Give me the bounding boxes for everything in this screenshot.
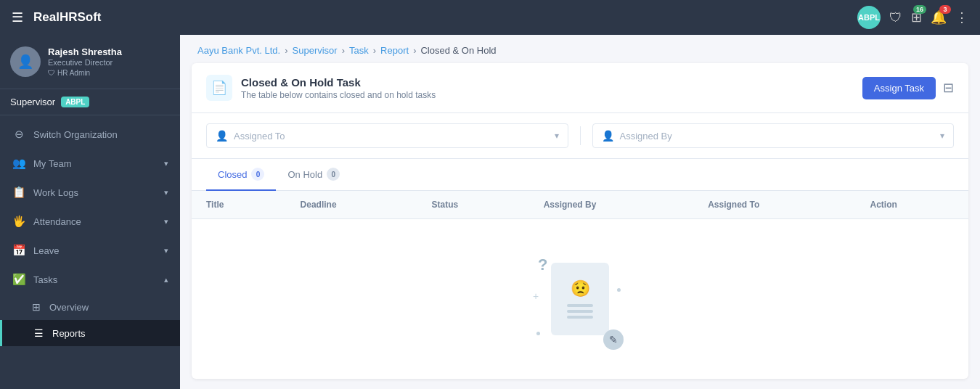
chevron-down-icon: ▾ [940, 131, 944, 141]
breadcrumb-link-task[interactable]: Task [349, 45, 369, 56]
tasks-table: Title Deadline Status Assigned By Assign… [192, 191, 968, 379]
bell-icon[interactable]: 🔔 3 [931, 9, 947, 25]
question-mark: ? [538, 255, 547, 274]
sub-item-label: Overview [49, 302, 89, 313]
header-actions: Assign Task ⊟ [862, 77, 954, 99]
sidebar-item-work-logs[interactable]: 📋 Work Logs ▾ [0, 178, 180, 207]
sidebar-item-leave[interactable]: 📅 Leave ▾ [0, 236, 180, 265]
breadcrumb: Aayu Bank Pvt. Ltd. › Supervisor › Task … [180, 35, 980, 63]
page-subtitle: The table below contains closed and on h… [241, 90, 436, 100]
supervisor-label: Supervisor [10, 97, 55, 107]
chevron-down-icon: ▾ [555, 131, 559, 141]
sidebar-item-overview[interactable]: ⊞ Overview [0, 294, 180, 320]
sidebar: 👤 Rajesh Shrestha Executive Director 🛡 H… [0, 35, 180, 389]
avatar: 👤 [10, 46, 41, 77]
breadcrumb-link-org[interactable]: Aayu Bank Pvt. Ltd. [197, 45, 280, 56]
chevron-down-icon: ▾ [164, 217, 168, 226]
sub-item-label: Reports [52, 328, 86, 339]
assign-task-button[interactable]: Assign Task [862, 77, 936, 99]
org-badge: ABPL [61, 97, 89, 107]
assigned-by-label: Assigned By [620, 131, 935, 142]
empty-doc: 😟 [551, 263, 609, 335]
tab-on-hold-count: 0 [327, 168, 340, 181]
page-title: Closed & On Hold Task [241, 76, 436, 89]
apps-count-badge: 16 [913, 5, 926, 14]
chevron-down-icon: ▾ [164, 188, 168, 197]
leave-icon: 📅 [12, 244, 26, 257]
tasks-icon: ✅ [12, 273, 26, 286]
top-header: ☰ RealHRSoft ABPL 🛡 ⊞ 16 🔔 3 ⋮ [0, 0, 980, 35]
sidebar-item-label: Attendance [33, 216, 157, 227]
filters-row: 👤 Assigned To ▾ 👤 Assigned By ▾ [192, 113, 968, 159]
sidebar-item-switch-org[interactable]: ⊖ Switch Organization [0, 120, 180, 149]
chevron-down-icon: ▾ [164, 159, 168, 168]
dot [536, 332, 540, 335]
plus-icon: + [533, 290, 539, 302]
col-assigned-by: Assigned By [529, 191, 694, 219]
menu-icon[interactable]: ☰ [12, 9, 23, 25]
empty-illustration: ? ✕ 😟 + [529, 248, 631, 350]
page-title-icon: 📄 [206, 75, 232, 101]
user-name: Rajesh Shrestha [48, 46, 122, 57]
shield-icon[interactable]: 🛡 [889, 10, 902, 25]
table-wrap: Title Deadline Status Assigned By Assign… [192, 191, 968, 379]
team-icon: 👥 [12, 157, 26, 170]
work-logs-icon: 📋 [12, 186, 26, 199]
user-info: Rajesh Shrestha Executive Director 🛡 HR … [48, 46, 122, 77]
sidebar-nav: ⊖ Switch Organization 👥 My Team ▾ 📋 Work… [0, 115, 180, 351]
shield-admin-icon: 🛡 [48, 69, 55, 77]
filter-divider [580, 126, 581, 145]
main-content: Aayu Bank Pvt. Ltd. › Supervisor › Task … [180, 35, 980, 389]
tab-on-hold-label: On Hold [287, 169, 322, 180]
overview-icon: ⊞ [32, 301, 41, 313]
user-admin-label: 🛡 HR Admin [48, 69, 122, 77]
pencil-icon: ✎ [603, 329, 624, 350]
breadcrumb-link-supervisor[interactable]: Supervisor [293, 45, 338, 56]
col-action: Action [855, 191, 968, 219]
supervisor-bar: Supervisor ABPL [0, 89, 180, 115]
sidebar-item-label: Switch Organization [33, 129, 168, 140]
sidebar-item-label: Work Logs [33, 187, 157, 198]
breadcrumb-sep: › [373, 45, 376, 56]
assigned-by-icon: 👤 [602, 130, 614, 142]
doc-line [567, 316, 593, 319]
sidebar-item-attendance[interactable]: 🖐 Attendance ▾ [0, 207, 180, 236]
breadcrumb-sep: › [342, 45, 345, 56]
chevron-up-icon: ▴ [164, 275, 168, 284]
switch-org-icon: ⊖ [12, 128, 26, 141]
tab-on-hold[interactable]: On Hold 0 [276, 159, 351, 191]
filter-icon[interactable]: ⊟ [943, 80, 954, 96]
assigned-by-filter[interactable]: 👤 Assigned By ▾ [592, 123, 955, 148]
dot [617, 288, 621, 292]
attendance-icon: 🖐 [12, 215, 26, 228]
user-role: Executive Director [48, 58, 122, 67]
apps-icon[interactable]: ⊞ 16 [911, 9, 922, 25]
sidebar-item-label: My Team [33, 158, 157, 169]
doc-line [567, 310, 593, 313]
sidebar-user: 👤 Rajesh Shrestha Executive Director 🛡 H… [0, 35, 180, 89]
sidebar-item-my-team[interactable]: 👥 My Team ▾ [0, 149, 180, 178]
empty-state: ? ✕ 😟 + [192, 219, 968, 379]
assigned-to-icon: 👤 [216, 130, 228, 142]
sidebar-item-reports[interactable]: ☰ Reports [0, 320, 180, 346]
tab-closed-count: 0 [251, 168, 264, 181]
org-avatar-badge: ABPL [857, 6, 881, 29]
tab-closed-label: Closed [218, 169, 247, 180]
more-icon[interactable]: ⋮ [955, 9, 968, 25]
sidebar-item-tasks[interactable]: ✅ Tasks ▴ [0, 265, 180, 294]
bell-count-badge: 3 [939, 5, 951, 14]
doc-line [567, 304, 593, 307]
tab-closed[interactable]: Closed 0 [206, 159, 276, 191]
page-card: 📄 Closed & On Hold Task The table below … [192, 63, 968, 379]
sidebar-item-label: Leave [33, 245, 157, 256]
breadcrumb-link-report[interactable]: Report [380, 45, 409, 56]
col-deadline: Deadline [286, 191, 417, 219]
tabs-row: Closed 0 On Hold 0 [192, 159, 968, 191]
app-title: RealHRSoft [33, 10, 102, 25]
assigned-to-filter[interactable]: 👤 Assigned To ▾ [206, 123, 568, 148]
assigned-to-label: Assigned To [234, 131, 549, 142]
col-status: Status [417, 191, 528, 219]
empty-row: ? ✕ 😟 + [192, 219, 968, 380]
card-header: 📄 Closed & On Hold Task The table below … [192, 63, 968, 113]
reports-icon: ☰ [34, 327, 44, 339]
